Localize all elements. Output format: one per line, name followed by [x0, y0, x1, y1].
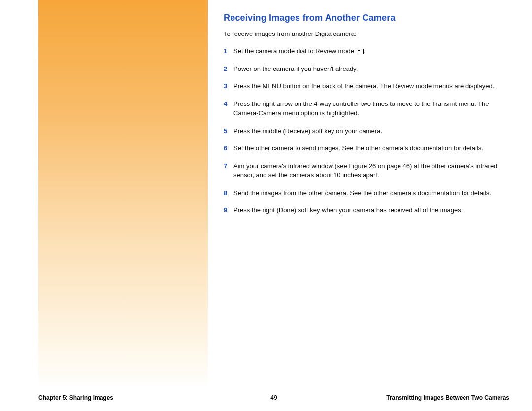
- intro-text: To receive images from another Digita ca…: [224, 30, 514, 37]
- main-content: Receiving Images from Another Camera To …: [224, 13, 514, 223]
- step-text: Press the middle (Receive) soft key on y…: [233, 127, 382, 135]
- step-item: 3 Press the MENU button on the back of t…: [224, 81, 514, 91]
- step-number: 5: [224, 126, 227, 136]
- step-item: 7 Aim your camera's infrared window (see…: [224, 161, 514, 180]
- review-mode-icon: [357, 49, 364, 54]
- step-item: 9 Press the right (Done) soft key when y…: [224, 206, 514, 215]
- step-text: Press the right arrow on the 4-way contr…: [233, 100, 489, 117]
- step-number: 2: [224, 64, 227, 74]
- step-number: 6: [224, 143, 227, 153]
- step-item: 4 Press the right arrow on the 4-way con…: [224, 99, 514, 118]
- step-text: Set the other camera to send images. See…: [233, 144, 483, 152]
- section-heading: Receiving Images from Another Camera: [224, 13, 514, 23]
- step-item: 2 Power on the camera if you haven't alr…: [224, 64, 514, 74]
- step-text: Send the images from the other camera. S…: [233, 189, 491, 197]
- step-text: Press the MENU button on the back of the…: [233, 82, 494, 90]
- page: Receiving Images from Another Camera To …: [0, 0, 532, 411]
- step-number: 3: [224, 81, 227, 91]
- step-item: 1 Set the camera mode dial to Review mod…: [224, 46, 514, 56]
- step-text: Power on the camera if you haven't alrea…: [233, 65, 358, 72]
- step-number: 4: [224, 99, 227, 109]
- step-number: 9: [224, 206, 227, 215]
- step-number: 8: [224, 188, 227, 198]
- step-text: Set the camera mode dial to Review mode: [233, 47, 356, 55]
- page-footer: Chapter 5: Sharing Images 49 Transmittin…: [38, 394, 509, 401]
- step-number: 7: [224, 161, 227, 171]
- sidebar-gradient: [38, 0, 208, 389]
- footer-chapter: Chapter 5: Sharing Images: [38, 394, 113, 401]
- step-number: 1: [224, 46, 227, 56]
- step-text-post: .: [364, 47, 366, 55]
- step-text: Press the right (Done) soft key when you…: [233, 206, 463, 214]
- step-item: 8 Send the images from the other camera.…: [224, 188, 514, 198]
- steps-list: 1 Set the camera mode dial to Review mod…: [224, 46, 514, 215]
- step-item: 5 Press the middle (Receive) soft key on…: [224, 126, 514, 136]
- footer-section: Transmitting Images Between Two Cameras: [386, 394, 509, 401]
- step-text: Aim your camera's infrared window (see F…: [233, 162, 497, 179]
- step-item: 6 Set the other camera to send images. S…: [224, 143, 514, 153]
